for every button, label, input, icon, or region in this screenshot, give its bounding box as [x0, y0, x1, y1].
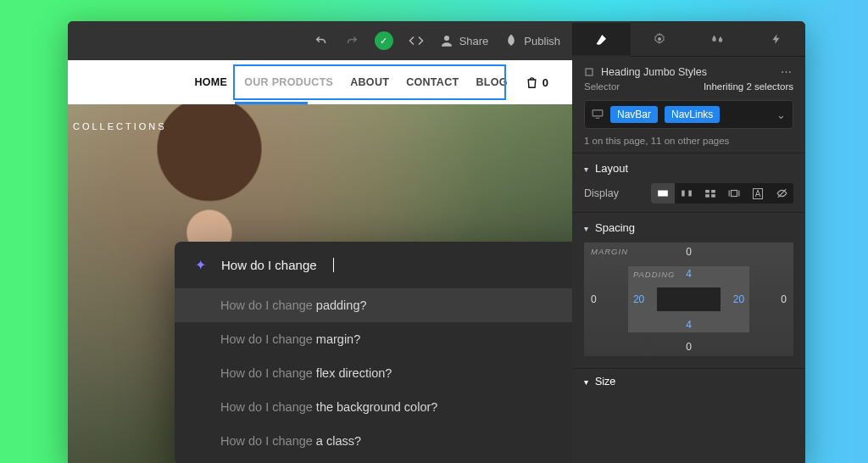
caret-icon — [584, 221, 588, 234]
svg-rect-6 — [682, 191, 685, 197]
svg-rect-4 — [593, 109, 603, 115]
display-none[interactable] — [770, 183, 793, 204]
cart-count: 0 — [542, 76, 548, 89]
caret-icon: ▾ — [584, 377, 588, 387]
tab-effects[interactable] — [689, 21, 748, 56]
eye-off-icon — [776, 188, 788, 198]
margin-box[interactable]: MARGIN 0 0 0 0 PADDING 4 4 20 20 — [584, 243, 793, 356]
panel-tabs — [572, 21, 805, 57]
tab-style[interactable] — [572, 21, 631, 56]
embed-button[interactable] — [409, 33, 424, 48]
drops-icon — [710, 32, 726, 46]
svg-rect-8 — [705, 190, 709, 193]
suggestion-item[interactable]: How do I change flex direction? — [175, 356, 572, 390]
margin-right[interactable]: 0 — [781, 293, 787, 305]
display-grid[interactable] — [698, 183, 722, 204]
svg-rect-11 — [711, 194, 715, 198]
margin-label: MARGIN — [591, 247, 628, 256]
display-inline[interactable]: A — [746, 183, 770, 204]
layout-label: Layout — [595, 162, 628, 175]
size-section-header[interactable]: ▾Size — [572, 368, 805, 394]
rocket-icon — [504, 33, 519, 48]
site-navbar: HOME OUR PRODUCTS ABOUT CONTACT BLOG 0 N… — [68, 60, 572, 104]
suggestion-item[interactable]: How do I change margin? — [175, 322, 572, 356]
display-label: Display — [584, 187, 619, 199]
style-panel: Heading Jumbo Styles ⋯ Selector Inheriti… — [572, 21, 805, 463]
navlinks-selection[interactable]: NavLinks — [233, 64, 506, 100]
flex-icon — [681, 188, 693, 198]
suggestion-item[interactable]: How do I change the background color? — [175, 390, 572, 424]
padding-right[interactable]: 20 — [733, 293, 744, 305]
nav-home[interactable]: HOME — [195, 76, 228, 88]
eyebrow: COLLECTIONS — [73, 121, 167, 131]
suggestion-item[interactable]: How do I change padding? — [175, 288, 572, 322]
sparkle-icon: ✦ — [195, 257, 206, 273]
assistant-panel: ✦ How do I change How do I change paddin… — [175, 242, 572, 463]
svg-rect-12 — [732, 191, 737, 197]
publish-button[interactable]: Publish — [504, 33, 560, 48]
block-icon — [657, 188, 669, 198]
selector-chip[interactable]: NavLinks — [665, 106, 720, 123]
padding-left[interactable]: 20 — [633, 293, 644, 305]
svg-rect-3 — [586, 69, 593, 75]
undo-button[interactable] — [314, 33, 329, 48]
undo-icon — [314, 33, 329, 48]
desktop-icon — [592, 109, 604, 121]
margin-bottom[interactable]: 0 — [686, 341, 692, 353]
layout-section-header[interactable]: Layout — [572, 153, 805, 180]
padding-bottom[interactable]: 4 — [686, 319, 692, 331]
size-label: Size — [595, 376, 615, 388]
status-ok[interactable]: ✓ — [375, 31, 393, 50]
gear-icon — [653, 32, 666, 46]
svg-rect-5 — [658, 191, 668, 197]
display-block[interactable] — [651, 183, 675, 204]
spacing-section-header[interactable]: Spacing — [572, 212, 805, 239]
selector-chip[interactable]: NavBar — [610, 106, 658, 123]
padding-top[interactable]: 4 — [686, 268, 692, 280]
padding-label: PADDING — [633, 270, 676, 279]
margin-top[interactable]: 0 — [686, 246, 692, 258]
spacing-label: Spacing — [595, 221, 635, 234]
tab-interactions[interactable] — [747, 21, 805, 56]
topbar: ✓ Share Publish — [68, 21, 572, 60]
style-name[interactable]: Heading Jumbo Styles — [601, 66, 707, 78]
style-name-row: Heading Jumbo Styles ⋯ — [572, 57, 805, 81]
div-icon — [584, 67, 594, 77]
suggestion-item[interactable]: How do I change a class? — [175, 424, 572, 463]
svg-point-0 — [444, 36, 449, 41]
inheriting-label[interactable]: Inheriting 2 selectors — [704, 81, 793, 92]
inlineblock-icon — [728, 188, 740, 198]
user-icon — [439, 33, 454, 48]
svg-point-2 — [658, 37, 661, 41]
canvas[interactable]: HOME OUR PRODUCTS ABOUT CONTACT BLOG 0 N… — [68, 60, 572, 463]
caret-icon — [584, 162, 588, 175]
code-icon — [409, 33, 424, 48]
check-icon: ✓ — [375, 31, 393, 50]
share-label: Share — [459, 35, 489, 47]
bag-icon — [525, 75, 539, 90]
cart-button[interactable]: 0 — [525, 75, 548, 90]
brush-icon — [594, 33, 608, 47]
selector-input[interactable]: NavBar NavLinks ⌄ — [584, 100, 793, 129]
tab-settings[interactable] — [631, 21, 689, 56]
inline-icon: A — [753, 188, 764, 199]
more-icon[interactable]: ⋯ — [781, 65, 793, 78]
assistant-query: How do I change — [221, 258, 317, 272]
publish-label: Publish — [524, 35, 560, 47]
grid-icon — [704, 188, 716, 198]
display-inline-block[interactable] — [722, 183, 746, 204]
svg-rect-7 — [688, 191, 692, 197]
assistant-input-row[interactable]: ✦ How do I change — [175, 242, 572, 288]
app-window: ✓ Share Publish HOME OUR PRODUCTS ABOUT … — [68, 21, 805, 463]
redo-icon — [344, 33, 359, 48]
padding-box[interactable]: PADDING 4 4 20 20 — [628, 266, 749, 332]
margin-left[interactable]: 0 — [591, 293, 597, 305]
share-button[interactable]: Share — [439, 33, 489, 48]
redo-button[interactable] — [344, 33, 359, 48]
display-options: A — [651, 183, 793, 204]
chevron-down-icon[interactable]: ⌄ — [776, 109, 786, 121]
display-flex[interactable] — [675, 183, 698, 204]
content-box — [657, 287, 720, 311]
hero-text: COLLECTIONS — [73, 121, 167, 131]
display-row: Display A — [572, 180, 805, 212]
